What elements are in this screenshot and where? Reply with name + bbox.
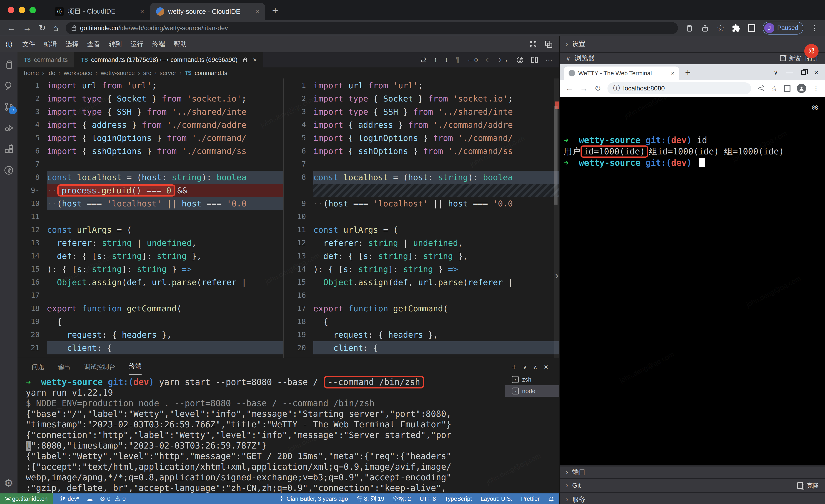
- close-panel-icon[interactable]: ×: [544, 363, 548, 371]
- section-git[interactable]: › Git 克隆: [560, 478, 825, 492]
- revert-right-icon[interactable]: ○→: [497, 56, 509, 64]
- layout-icon[interactable]: [545, 40, 553, 48]
- revert-left-icon[interactable]: ←○: [467, 56, 478, 64]
- home-icon[interactable]: ⌂: [53, 24, 58, 32]
- menu-dots-icon[interactable]: ⋮: [813, 84, 820, 92]
- forward-icon[interactable]: →: [23, 24, 31, 32]
- profile-badge[interactable]: J Paused: [763, 22, 803, 34]
- reload-icon[interactable]: ↻: [594, 84, 601, 93]
- wetty-terminal[interactable]: ⚙⚙ ➜ wetty-source git:(dev) id用户id=1000(…: [560, 97, 825, 465]
- cursor-position[interactable]: 行 8, 列 19: [357, 495, 384, 503]
- embedded-tab-wetty[interactable]: WeTTY - The Web Terminal ×: [564, 67, 679, 80]
- language-mode[interactable]: TypeScript: [445, 496, 472, 502]
- timeline-icon[interactable]: [516, 56, 524, 64]
- tab-problems[interactable]: 问题: [32, 363, 44, 375]
- diff-left-pane[interactable]: 1import url from 'url';2import type { So…: [17, 78, 284, 358]
- indentation[interactable]: 空格: 2: [393, 495, 411, 503]
- close-window-icon[interactable]: ×: [814, 68, 819, 77]
- section-browser[interactable]: ∨ 浏览器 ↗ 新窗口打开: [560, 53, 825, 64]
- maximize-window-button[interactable]: [29, 7, 36, 13]
- git-branch-indicator[interactable]: dev*: [60, 496, 79, 502]
- menu-edit[interactable]: 编辑: [40, 40, 61, 49]
- macos-window-controls[interactable]: [8, 0, 49, 20]
- address-bar[interactable]: go.titanide.cn/ide/web/coding/wetty-sour…: [66, 22, 678, 34]
- problems-indicator[interactable]: ⊗0 ⚠0: [100, 495, 126, 502]
- notifications-bell-icon[interactable]: [548, 496, 554, 502]
- side-panel-icon[interactable]: [784, 85, 791, 92]
- share-icon[interactable]: [758, 85, 764, 92]
- restore-window-icon[interactable]: [801, 70, 806, 75]
- search-icon[interactable]: [3, 80, 14, 91]
- circle-icon[interactable]: ○: [486, 56, 490, 64]
- terminal-list-item-node[interactable]: ›node: [505, 385, 559, 397]
- minimize-icon[interactable]: —: [786, 69, 793, 76]
- menu-file[interactable]: 文件: [18, 40, 40, 49]
- close-tab-icon[interactable]: ×: [140, 8, 144, 15]
- embedded-address-bar[interactable]: ⓘ localhost:8080: [607, 82, 751, 94]
- run-debug-icon[interactable]: [3, 123, 14, 133]
- section-ports[interactable]: › 端口: [560, 466, 825, 478]
- user-avatar[interactable]: 邓: [804, 44, 819, 58]
- more-actions-icon[interactable]: ⋯: [545, 56, 552, 64]
- info-icon[interactable]: ⓘ: [613, 84, 620, 93]
- bookmark-star-icon[interactable]: ☆: [717, 23, 725, 33]
- close-tab-icon[interactable]: ×: [253, 56, 257, 64]
- close-tab-icon[interactable]: ×: [671, 70, 674, 77]
- sync-cloud-icon[interactable]: ☁: [86, 495, 93, 503]
- tab-output[interactable]: 输出: [58, 363, 70, 375]
- tab-terminal[interactable]: 终端: [129, 362, 142, 375]
- browser-tab-project[interactable]: ⟨t⟩ 项目 - CloudIDE ×: [49, 3, 150, 20]
- new-tab-button[interactable]: +: [272, 4, 278, 20]
- diff-right-pane[interactable]: 1import url from 'url';2import type { So…: [284, 78, 559, 358]
- section-services[interactable]: › 服务: [560, 492, 825, 504]
- explorer-icon[interactable]: [3, 59, 14, 70]
- previous-change-icon[interactable]: ↑: [434, 56, 437, 64]
- menu-run[interactable]: 运行: [126, 40, 148, 49]
- reload-icon[interactable]: ↻: [39, 24, 46, 32]
- clone-button[interactable]: 克隆: [798, 482, 819, 490]
- menu-selection[interactable]: 选择: [61, 40, 83, 49]
- terminal-dropdown-icon[interactable]: ∨: [523, 364, 527, 370]
- maximize-panel-icon[interactable]: ∧: [533, 364, 537, 370]
- split-editor-icon[interactable]: [531, 57, 538, 63]
- forward-icon[interactable]: →: [580, 84, 588, 93]
- clipboard-icon[interactable]: [685, 24, 693, 32]
- menu-help[interactable]: 帮助: [169, 40, 191, 49]
- profile-avatar-icon[interactable]: [797, 84, 806, 93]
- remote-explorer-icon[interactable]: [3, 165, 14, 176]
- close-window-button[interactable]: [8, 7, 14, 13]
- blame-info[interactable]: Cian Butler, 3 years ago: [279, 496, 348, 502]
- share-icon[interactable]: [701, 24, 709, 32]
- editor-tab-command-ts[interactable]: TS command.ts: [17, 52, 75, 67]
- source-control-icon[interactable]: 2: [3, 101, 14, 112]
- remote-indicator[interactable]: >< go.titanide.cn: [0, 493, 53, 504]
- encoding[interactable]: UTF-8: [420, 496, 436, 502]
- browser-menu-dots-icon[interactable]: ⋮: [811, 24, 818, 32]
- tab-search-chevron-icon[interactable]: ∨: [774, 70, 778, 76]
- side-panel-icon[interactable]: [748, 24, 755, 32]
- editor-tab-diff[interactable]: TS command.ts (17b75c98) ⟷ command.ts (d…: [75, 52, 263, 67]
- back-icon[interactable]: ←: [7, 24, 15, 32]
- tab-debug-console[interactable]: 调试控制台: [84, 363, 115, 375]
- menu-goto[interactable]: 转到: [104, 40, 126, 49]
- menu-view[interactable]: 查看: [83, 40, 104, 49]
- extensions-puzzle-icon[interactable]: [732, 24, 741, 32]
- scrollbar-thumb[interactable]: [554, 106, 557, 204]
- fullscreen-icon[interactable]: [529, 40, 537, 48]
- terminal-list-item-zsh[interactable]: ›zsh: [505, 374, 559, 385]
- close-tab-icon[interactable]: ×: [255, 8, 259, 15]
- minimize-window-button[interactable]: [19, 7, 25, 13]
- new-tab-icon[interactable]: +: [685, 67, 691, 80]
- extensions-icon[interactable]: [3, 144, 14, 154]
- open-file-icon[interactable]: ⇄: [420, 56, 426, 64]
- keyboard-layout[interactable]: Layout: U.S.: [481, 496, 512, 502]
- panel-collapse-chevron-icon[interactable]: ›: [555, 269, 558, 281]
- browser-tab-wetty-source[interactable]: wetty-source - CloudIDE ×: [150, 3, 265, 20]
- whitespace-icon[interactable]: ¶: [456, 56, 459, 64]
- back-icon[interactable]: ←: [565, 84, 574, 93]
- terminal-output[interactable]: ➜ wetty-source git:(dev) yarn start --po…: [26, 375, 505, 493]
- new-terminal-icon[interactable]: +: [512, 363, 516, 371]
- section-settings[interactable]: › 设置: [560, 36, 825, 53]
- lock-icon[interactable]: [72, 27, 76, 31]
- breadcrumb[interactable]: home› ide› workspace› wetty-source› src›…: [17, 67, 559, 78]
